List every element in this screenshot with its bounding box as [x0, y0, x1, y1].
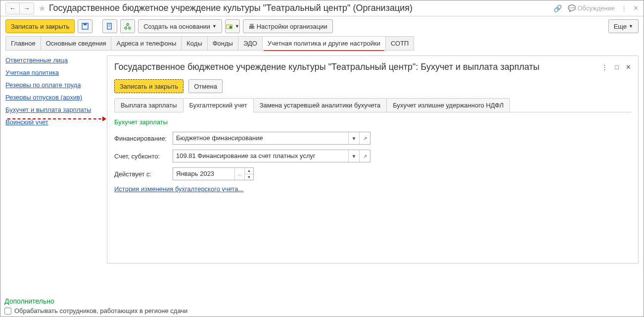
- main-window: ← → ★ Государственное бюджетное учрежден…: [0, 0, 644, 317]
- structure-button[interactable]: [120, 19, 135, 33]
- panel-toolbar: Записать и закрыть Отмена: [114, 79, 631, 93]
- sidebar-item-5[interactable]: Воинский учет: [5, 118, 102, 126]
- financing-label: Финансирование:: [114, 135, 173, 142]
- floppy-icon: [81, 22, 89, 30]
- link-icon[interactable]: 🔗: [553, 4, 562, 12]
- history-link[interactable]: История изменения бухгалтерского учета..…: [114, 185, 243, 193]
- sidebar-item-1[interactable]: Учетная политика: [5, 69, 102, 76]
- svg-point-7: [129, 27, 131, 29]
- save-button[interactable]: [78, 19, 92, 33]
- tab-main-2[interactable]: Адреса и телефоны: [111, 36, 182, 51]
- attach-button[interactable]: ▼: [225, 19, 240, 33]
- row-valid-from: Действует с: Январь 2023 … ▲ ▼: [114, 167, 631, 180]
- panel-tab-3[interactable]: Бухучет излишне удержанного НДФЛ: [386, 98, 510, 112]
- financing-input[interactable]: Бюджетное финансирование ▼ ↗: [173, 132, 370, 145]
- footer: Дополнительно Обрабатывать сотрудников, …: [0, 295, 644, 317]
- dropdown-icon[interactable]: ▼: [348, 132, 359, 144]
- sidebar: Ответственные лица Учетная политика Резе…: [5, 55, 102, 131]
- sidebar-item-3[interactable]: Резервы отпусков (архив): [5, 94, 102, 101]
- svg-line-9: [128, 25, 130, 27]
- main-tabs: Главное Основные сведения Адреса и телеф…: [0, 36, 644, 51]
- panel-tab-1[interactable]: Бухгалтерский учет: [183, 98, 254, 112]
- close-icon[interactable]: ✕: [633, 4, 639, 12]
- tab-main-6[interactable]: Учетная политика и другие настройки: [262, 36, 386, 51]
- folder-attach-icon: [226, 22, 233, 30]
- doc-button[interactable]: [102, 19, 117, 33]
- panel-tab-0[interactable]: Выплата зарплаты: [114, 98, 184, 112]
- valid-from-input[interactable]: Январь 2023 … ▲ ▼: [173, 167, 254, 180]
- svg-point-6: [125, 27, 127, 29]
- panel-tab-2[interactable]: Замена устаревшей аналитики бухучета: [253, 98, 387, 112]
- tab-main-1[interactable]: Основные сведения: [41, 36, 112, 51]
- checkbox-label: Обрабатывать сотрудников, работающих в р…: [14, 307, 187, 315]
- chat-icon: 💬: [568, 4, 576, 12]
- more-button[interactable]: Еще▼: [608, 19, 639, 33]
- main-toolbar: Записать и закрыть Создать на основании▼…: [0, 16, 644, 36]
- date-spinner: ▲ ▼: [244, 168, 253, 180]
- document-icon: [106, 22, 114, 30]
- title-bar: ← → ★ Государственное бюджетное учрежден…: [0, 0, 644, 16]
- favorite-star-icon[interactable]: ★: [38, 3, 46, 14]
- tab-main-3[interactable]: Коды: [181, 36, 207, 51]
- row-financing: Финансирование: Бюджетное финансирование…: [114, 132, 631, 145]
- account-value: 109.81 Финансирование за счет платных ус…: [173, 150, 348, 162]
- tab-main-5[interactable]: ЭДО: [238, 36, 263, 51]
- nav-arrows: ← →: [5, 2, 34, 14]
- caret-down-icon: ▼: [235, 24, 239, 29]
- footer-title: Дополнительно: [4, 297, 640, 305]
- svg-point-5: [127, 23, 129, 25]
- valid-from-label: Действует с:: [114, 170, 173, 178]
- forward-button[interactable]: →: [20, 3, 34, 14]
- open-icon[interactable]: ↗: [359, 132, 370, 144]
- svg-line-8: [126, 25, 128, 27]
- panel-kebab-icon[interactable]: ⋮: [601, 63, 608, 71]
- content-area: Ответственные лица Учетная политика Резе…: [0, 51, 644, 293]
- account-input[interactable]: 109.81 Финансирование за счет платных ус…: [173, 150, 370, 162]
- caret-down-icon: ▼: [629, 24, 633, 29]
- process-employees-checkbox[interactable]: [4, 308, 11, 315]
- section-label: Бухучет зарплаты: [114, 118, 631, 126]
- sidebar-item-2[interactable]: Резервы по оплате труда: [5, 81, 102, 89]
- sidebar-item-4[interactable]: Бухучет и выплата зарплаты: [5, 106, 102, 113]
- panel-title: Государственное бюджетное учреждение кул…: [114, 62, 601, 72]
- open-icon[interactable]: ↗: [359, 150, 370, 162]
- structure-icon: [124, 22, 132, 30]
- valid-from-value: Январь 2023: [173, 168, 234, 180]
- spin-down-icon[interactable]: ▼: [245, 174, 253, 180]
- tab-main-7[interactable]: СОТП: [385, 36, 414, 51]
- financing-value: Бюджетное финансирование: [173, 132, 348, 144]
- footer-checkbox-row: Обрабатывать сотрудников, работающих в р…: [4, 307, 640, 315]
- panel-header: Государственное бюджетное учреждение кул…: [114, 62, 631, 72]
- dropdown-icon[interactable]: ▼: [348, 150, 359, 162]
- svg-rect-1: [84, 23, 87, 25]
- panel-save-close-button[interactable]: Записать и закрыть: [114, 79, 184, 93]
- sidebar-item-0[interactable]: Ответственные лица: [5, 56, 102, 64]
- tab-main-4[interactable]: Фонды: [207, 36, 238, 51]
- discussion-button[interactable]: 💬 Обсуждение: [568, 4, 615, 12]
- back-button[interactable]: ←: [6, 3, 20, 14]
- org-settings-button[interactable]: 🖶 Настройки организации: [243, 19, 333, 33]
- ellipsis-icon[interactable]: …: [234, 168, 244, 180]
- create-based-button[interactable]: Создать на основании▼: [138, 19, 222, 33]
- panel-maximize-icon[interactable]: □: [615, 63, 619, 71]
- svg-point-11: [230, 26, 232, 29]
- spin-up-icon[interactable]: ▲: [245, 168, 253, 174]
- account-label: Счет, субконто:: [114, 153, 173, 160]
- caret-down-icon: ▼: [212, 24, 217, 29]
- save-close-button[interactable]: Записать и закрыть: [5, 19, 75, 33]
- kebab-menu-icon[interactable]: ⋮: [621, 4, 627, 12]
- row-account: Счет, субконто: 109.81 Финансирование за…: [114, 150, 631, 162]
- panel-close-icon[interactable]: ✕: [626, 63, 631, 71]
- accounting-panel: Государственное бюджетное учреждение кул…: [107, 55, 639, 264]
- printer-icon: 🖶: [248, 23, 255, 30]
- panel-tabs: Выплата зарплаты Бухгалтерский учет Заме…: [114, 98, 631, 112]
- window-title: Государственное бюджетное учреждение кул…: [49, 3, 553, 13]
- tab-main-0[interactable]: Главное: [5, 36, 41, 51]
- titlebar-actions: 🔗 💬 Обсуждение ⋮ ✕: [553, 4, 639, 12]
- panel-cancel-button[interactable]: Отмена: [188, 79, 223, 93]
